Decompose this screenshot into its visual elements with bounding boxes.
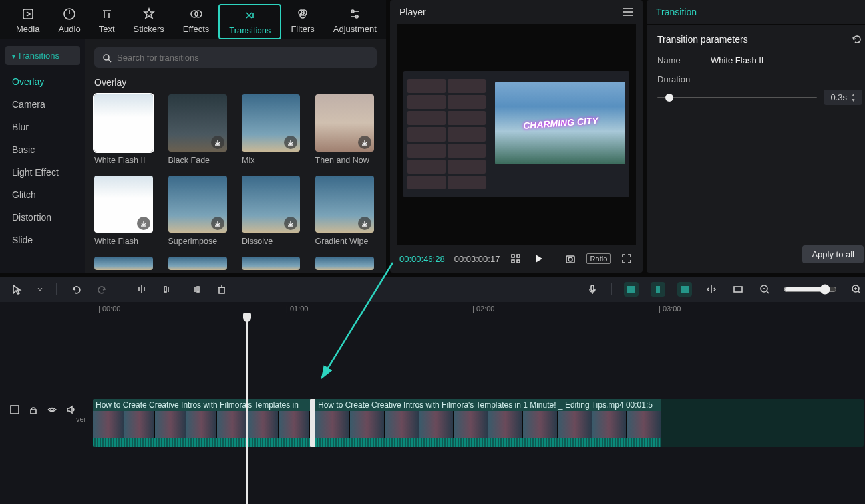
player-menu-icon[interactable] — [623, 8, 633, 16]
delete-icon[interactable] — [214, 282, 229, 297]
mic-icon[interactable] — [585, 282, 600, 297]
duration-slider[interactable] — [657, 97, 817, 98]
video-track[interactable]: How to Create Creative Intros with Filmo… — [93, 399, 864, 447]
svg-rect-15 — [512, 260, 514, 263]
zoom-out-icon[interactable] — [757, 282, 772, 297]
player-viewport[interactable]: CHARMING CITY — [397, 24, 636, 245]
svg-rect-16 — [517, 260, 520, 263]
tab-media[interactable]: Media — [7, 4, 49, 39]
svg-line-12 — [108, 59, 111, 62]
tab-text[interactable]: Text — [90, 4, 124, 39]
split-icon[interactable] — [134, 282, 149, 297]
sidebar-item-basic[interactable]: Basic — [0, 138, 85, 161]
timeline-ruler[interactable]: | 00:00 | 01:00 | 02:00 | 03:00 — [0, 302, 865, 318]
sidebar-heading[interactable]: Transitions — [5, 46, 80, 65]
cursor-tool-icon[interactable] — [9, 282, 24, 297]
sidebar-item-overlay[interactable]: Overlay — [0, 70, 85, 93]
clip-1[interactable]: How to Create Creative Intros with Filmo… — [93, 399, 310, 447]
tab-audio[interactable]: Audio — [49, 4, 89, 39]
sidebar-item-camera[interactable]: Camera — [0, 93, 85, 116]
tab-effects[interactable]: Effects — [174, 4, 219, 39]
play-button[interactable] — [532, 251, 545, 266]
svg-rect-25 — [197, 287, 199, 292]
track-lock-icon[interactable] — [28, 404, 40, 416]
thumbnail-image[interactable] — [168, 257, 227, 270]
preview-content: CHARMING CITY — [403, 71, 629, 197]
align-icon[interactable] — [704, 282, 719, 297]
duration-field[interactable]: 0.3s ▲▼ — [824, 90, 862, 105]
redo-icon[interactable] — [95, 282, 110, 297]
sidebar-item-glitch[interactable]: Glitch — [0, 184, 85, 206]
marker-in-icon[interactable] — [624, 282, 639, 297]
transition-thumb[interactable] — [168, 257, 230, 270]
zoom-slider[interactable] — [784, 284, 837, 295]
thumbnail-image[interactable] — [168, 94, 227, 152]
zoom-fit-icon[interactable] — [731, 282, 745, 297]
snapshot-icon[interactable] — [564, 251, 577, 266]
thumbnail-image[interactable] — [315, 94, 374, 152]
thumbnail-image[interactable] — [94, 257, 153, 270]
apply-to-all-button[interactable]: Apply to all — [802, 245, 864, 263]
transition-thumb[interactable] — [242, 257, 303, 270]
zoom-in-icon[interactable] — [849, 282, 864, 297]
transition-thumb[interactable]: White Flash II — [94, 94, 156, 165]
thumbnail-image[interactable] — [242, 257, 300, 270]
marker-mid-icon[interactable] — [651, 282, 665, 297]
tab-label: Effects — [183, 24, 210, 34]
sidebar-item-blur[interactable]: Blur — [0, 116, 85, 138]
thumbnail-image[interactable] — [315, 257, 374, 270]
spin-up-icon[interactable]: ▲ — [851, 92, 856, 97]
effects-icon — [189, 7, 204, 21]
download-icon[interactable] — [211, 136, 224, 149]
sidebar-item-lighteffect[interactable]: Light Effect — [0, 161, 85, 184]
view-grid-icon[interactable] — [509, 251, 522, 266]
search-bar[interactable] — [94, 47, 377, 68]
transition-marker[interactable] — [310, 399, 315, 447]
tab-stickers[interactable]: Stickers — [124, 4, 174, 39]
playhead[interactable] — [246, 318, 248, 504]
thumbnail-image[interactable] — [242, 176, 300, 233]
thumbnail-image[interactable] — [94, 94, 153, 152]
transition-thumb[interactable]: Dissolve — [242, 176, 303, 246]
transition-thumb[interactable]: Mix — [242, 94, 303, 165]
download-icon[interactable] — [358, 136, 371, 149]
ratio-button[interactable]: Ratio — [586, 253, 611, 264]
playhead-knob[interactable] — [243, 313, 251, 322]
trim-right-icon[interactable] — [188, 282, 202, 297]
sidebar-item-slide[interactable]: Slide — [0, 229, 85, 251]
thumbnail-label: Mix — [242, 156, 303, 165]
trim-left-icon[interactable] — [161, 282, 176, 297]
fullscreen-icon[interactable] — [620, 251, 633, 266]
download-icon[interactable] — [284, 136, 297, 149]
tab-filters[interactable]: Filters — [281, 4, 323, 39]
transition-thumb[interactable]: Superimpose — [168, 176, 230, 246]
marker-out-icon[interactable] — [677, 282, 692, 297]
transition-thumb[interactable]: Black Fade — [168, 94, 230, 165]
spin-down-icon[interactable]: ▼ — [851, 98, 856, 102]
slider-thumb[interactable] — [665, 94, 673, 102]
clip-2[interactable]: How to Create Creative Intros with Filmo… — [315, 399, 661, 447]
thumbnail-image[interactable] — [242, 94, 300, 152]
thumbnail-image[interactable] — [168, 176, 227, 233]
stickers-icon — [142, 7, 156, 21]
transition-thumb[interactable] — [315, 257, 377, 270]
tab-transitions[interactable]: Transitions — [218, 4, 281, 39]
search-input[interactable] — [117, 53, 369, 63]
download-icon[interactable] — [358, 217, 371, 230]
undo-icon[interactable] — [69, 282, 83, 297]
track-menu-icon[interactable] — [9, 404, 21, 416]
track-visible-icon[interactable] — [47, 404, 59, 416]
reset-icon[interactable] — [852, 34, 862, 45]
transition-thumb[interactable]: Then and Now — [315, 94, 377, 165]
sidebar-item-distortion[interactable]: Distortion — [0, 206, 85, 229]
download-icon[interactable] — [284, 217, 297, 230]
transition-thumb[interactable]: White Flash — [94, 176, 156, 246]
thumbnail-image[interactable] — [94, 176, 153, 233]
cursor-dropdown-icon[interactable] — [36, 282, 44, 297]
transition-thumb[interactable] — [94, 257, 156, 270]
transition-thumb[interactable]: Gradient Wipe — [315, 176, 377, 246]
download-icon[interactable] — [211, 217, 224, 230]
thumbnail-image[interactable] — [315, 176, 374, 233]
download-icon[interactable] — [137, 217, 150, 230]
tab-adjustment[interactable]: Adjustment — [324, 4, 386, 39]
